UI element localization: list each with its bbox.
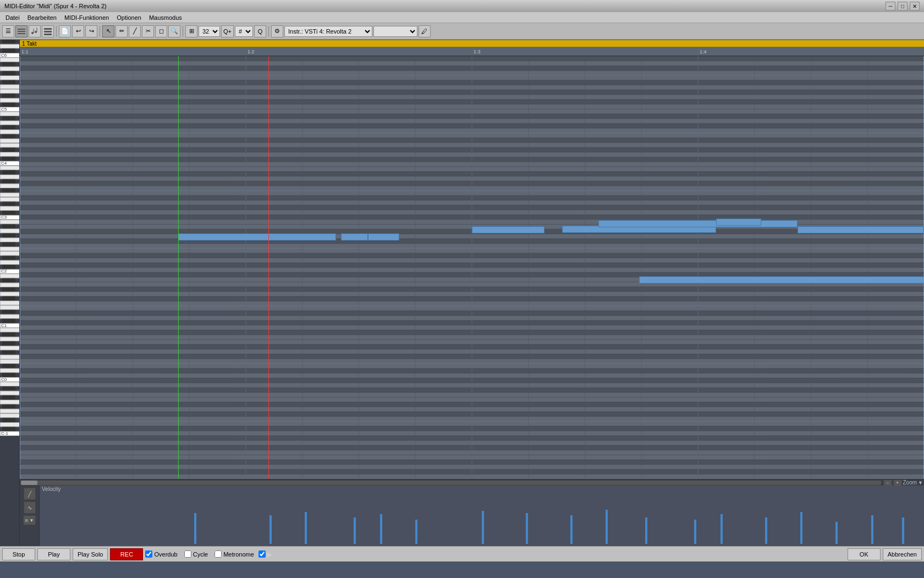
toolbar-quantize-size-btn[interactable]: ⊞ (185, 25, 197, 37)
svg-point-5 (35, 31, 37, 33)
velocity-bar-1[interactable] (270, 515, 272, 544)
midi-note-3[interactable] (472, 226, 544, 233)
horizontal-scrollbar[interactable]: − + Zoom ▼ (20, 479, 924, 486)
play-solo-button[interactable]: Play Solo (73, 548, 108, 560)
cycle-label: Cycle (193, 551, 208, 558)
velocity-bar-8[interactable] (570, 515, 573, 544)
velocity-bar-13[interactable] (765, 517, 767, 544)
toolbar-split-btn[interactable]: ✂ (142, 25, 154, 37)
toolbar-menu-btn[interactable]: ☰ (2, 25, 14, 37)
midi-output-checkbox[interactable] (258, 550, 266, 558)
velocity-bar-15[interactable] (835, 522, 838, 544)
zoom-controls: − + Zoom ▼ (883, 479, 923, 486)
midi-icon: ▶ (267, 550, 273, 559)
cycle-checkbox-label[interactable]: Cycle (184, 550, 208, 558)
overdub-checkbox[interactable] (145, 550, 152, 558)
midi-note-7[interactable] (798, 226, 924, 233)
piano-roll-grid[interactable] (20, 56, 924, 479)
velocity-bar-0[interactable] (194, 513, 196, 544)
toolbar-draw-btn[interactable]: ✏ (116, 25, 128, 37)
timeline-marker-1-1: 1:1 (20, 47, 29, 56)
menu-mausmodus[interactable]: Mausmodus (146, 13, 185, 22)
midi-note-5[interactable] (598, 220, 798, 227)
velocity-bar-17[interactable] (902, 517, 904, 544)
velocity-bar-11[interactable] (694, 520, 696, 544)
menu-midi-funktionen[interactable]: MIDI-Funktionen (61, 13, 112, 22)
velocity-canvas-area[interactable]: Velocity (40, 486, 924, 546)
vel-tool-line[interactable]: ╱ (24, 488, 36, 500)
velocity-bar-12[interactable] (721, 514, 723, 544)
vel-tool-dropdown[interactable]: ≡▼ (23, 515, 36, 525)
minimize-button[interactable]: ─ (886, 2, 895, 10)
svg-rect-0 (18, 29, 25, 30)
velocity-bar-2[interactable] (305, 512, 307, 544)
toolbar-pencil2-btn[interactable]: 🖊 (419, 25, 431, 37)
velocity-bar-9[interactable] (606, 510, 608, 544)
scroll-track[interactable] (21, 481, 881, 485)
velocity-bar-5[interactable] (415, 520, 417, 544)
toolbar-settings-btn[interactable]: ⚙ (271, 25, 283, 37)
scroll-thumb[interactable] (21, 481, 37, 485)
zoom-arrow[interactable]: ▼ (918, 480, 923, 486)
midi-note-6[interactable] (716, 219, 761, 226)
toolbar-redo-btn[interactable]: ↪ (85, 25, 97, 37)
toolbar-undo-btn[interactable]: ↩ (72, 25, 84, 37)
velocity-label: Velocity (40, 486, 924, 493)
toolbar-instrument-select[interactable]: Instr.: VSTi 4: Revolta 2 (284, 26, 372, 37)
velocity-bar-3[interactable] (354, 517, 356, 544)
zoom-in-btn[interactable]: + (893, 479, 902, 486)
midi-note-8[interactable] (639, 276, 924, 283)
overdub-checkbox-label[interactable]: Overdub (145, 550, 177, 558)
velocity-bar-16[interactable] (871, 515, 873, 544)
toolbar-score-btn[interactable] (29, 25, 41, 37)
toolbar-erase-btn[interactable]: ◻ (155, 25, 167, 37)
midi-note-2[interactable] (368, 233, 400, 241)
zoom-out-btn[interactable]: − (883, 479, 892, 486)
velocity-bar-14[interactable] (800, 512, 802, 544)
menu-optionen[interactable]: Optionen (113, 13, 145, 22)
region-bar[interactable]: 1 Takt (20, 40, 924, 47)
maximize-button[interactable]: □ (898, 2, 908, 10)
cancel-button[interactable]: Abbrechen (883, 548, 922, 560)
close-button[interactable]: ✕ (910, 2, 920, 10)
midi-note-0[interactable] (178, 233, 337, 241)
rec-button[interactable]: REC (110, 548, 143, 560)
ok-button[interactable]: OK (848, 548, 881, 560)
title-bar: MIDI-Editor "Midi" (Spur 4 - Revolta 2) … (0, 0, 924, 12)
svg-rect-9 (44, 34, 52, 35)
region-highlight[interactable]: 1 Takt (20, 40, 924, 47)
velocity-bar-7[interactable] (526, 513, 528, 544)
toolbar-zoom-btn[interactable]: 🔍 (168, 25, 180, 37)
velocity-bar-4[interactable] (380, 514, 382, 544)
toolbar-new-btn[interactable]: 📄 (59, 25, 71, 37)
velocity-bar-10[interactable] (645, 517, 647, 544)
svg-rect-7 (44, 28, 52, 30)
toolbar-quantize-select[interactable]: 321684 (199, 26, 220, 37)
toolbar-select-btn[interactable]: ↖ (102, 25, 114, 37)
menu-datei[interactable]: Datei (2, 13, 23, 22)
toolbar-snap-select[interactable]: # (235, 26, 253, 37)
velocity-bars-container (40, 500, 924, 544)
transport-bar: Stop Play Play Solo REC Overdub Cycle Me… (0, 546, 924, 561)
piano-keyboard (0, 40, 20, 546)
play-button[interactable]: Play (37, 548, 70, 560)
velocity-sidebar: ╱ ∿ ≡▼ (20, 486, 40, 546)
toolbar-q-apply-btn[interactable]: Q (254, 25, 266, 37)
timeline-marker-1-4: 1:4 (698, 47, 707, 56)
metronome-checkbox[interactable] (215, 550, 222, 558)
timeline-ruler[interactable]: 1:1 1:2 1:3 1:4 2:1 (20, 47, 924, 56)
toolbar-q-plus-btn[interactable]: Q+ (221, 25, 234, 37)
svg-point-3 (31, 32, 34, 34)
metronome-checkbox-label[interactable]: Metronome (215, 550, 254, 558)
toolbar-list-btn[interactable] (42, 25, 54, 37)
velocity-section: ╱ ∿ ≡▼ Velocity (20, 486, 924, 546)
menu-bearbeiten[interactable]: Bearbeiten (24, 13, 60, 22)
toolbar-line-btn[interactable]: ╱ (129, 25, 141, 37)
toolbar-channel-select[interactable] (373, 26, 417, 37)
vel-tool-curve[interactable]: ∿ (24, 501, 36, 514)
stop-button[interactable]: Stop (2, 548, 35, 560)
velocity-bar-6[interactable] (482, 511, 484, 544)
midi-note-1[interactable] (341, 233, 368, 241)
toolbar-piano-roll-btn[interactable] (15, 25, 28, 37)
cycle-checkbox[interactable] (184, 550, 191, 558)
